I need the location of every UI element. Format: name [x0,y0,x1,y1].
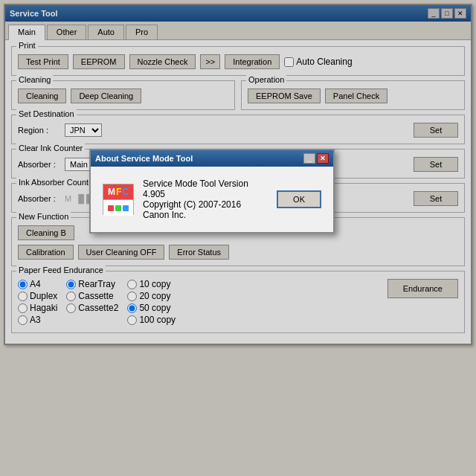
modal-text-block: Service Mode Tool Version 4.905 Copyrigh… [143,178,268,220]
modal-ok-button[interactable]: OK [277,190,321,208]
modal-overlay [0,0,476,476]
modal-version: Service Mode Tool Version 4.905 [143,178,268,199]
modal-titlebar: About Service Mode Tool _ ✕ [91,150,333,167]
modal-close-button[interactable]: ✕ [317,153,329,164]
modal-controls: _ ✕ [303,153,329,164]
modal-copyright: Copyright (C) 2007-2016 Canon Inc. [143,199,268,220]
modal-title: About Service Mode Tool [95,154,193,163]
app-icon: MFC [103,184,134,215]
modal-body: MFC Service Mode Tool Version 4.905 Copy… [91,167,333,232]
modal-minimize[interactable]: _ [303,153,315,164]
about-modal: About Service Mode Tool _ ✕ MFC Service … [89,149,335,234]
